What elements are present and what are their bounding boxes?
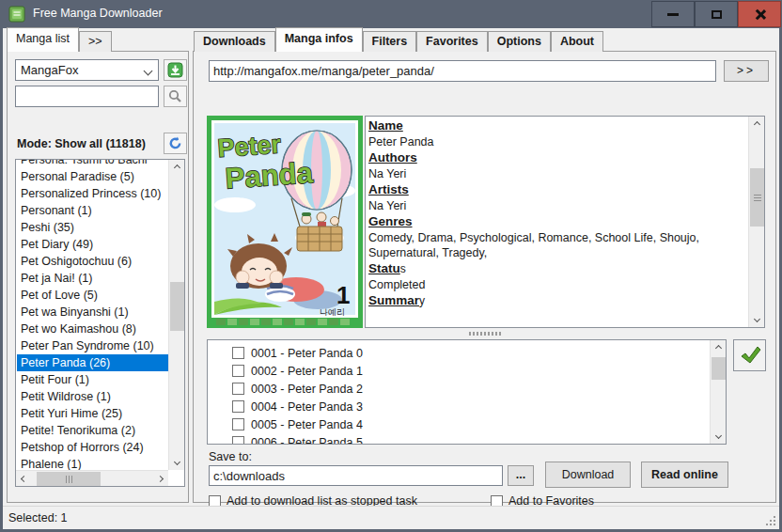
list-item[interactable]: Personant (1) (17, 202, 168, 219)
manga-info-box: Name Peter Panda Authors Na Yeri Artists… (365, 116, 765, 328)
chapter-checkbox[interactable] (232, 400, 244, 413)
chapter-row[interactable]: 0004 - Peter Panda 3 (209, 398, 709, 415)
site-select[interactable]: MangaFox (15, 59, 159, 81)
info-vscrollbar[interactable] (748, 117, 764, 327)
splitter-handle[interactable] (194, 328, 776, 339)
chapter-row[interactable]: 0006 - Peter Panda 5 (209, 433, 709, 444)
list-item[interactable]: Peshi (35) (17, 219, 168, 236)
chapter-checkbox[interactable] (232, 436, 244, 444)
save-path-input[interactable] (209, 465, 503, 486)
info-field: Status Completed (368, 260, 747, 292)
manga-listbox[interactable]: Persona: Tsumi to BachiPersonal Paradise… (15, 159, 185, 487)
chapter-row[interactable]: 0003 - Peter Panda 2 (209, 380, 709, 398)
list-item[interactable]: Personal Paradise (5) (17, 168, 168, 185)
splitter-grip-icon (469, 332, 501, 336)
left-tab[interactable]: Manga list (7, 27, 79, 52)
statusbar: Selected: 1 (3, 506, 779, 529)
chevron-down-icon (144, 67, 153, 76)
site-select-value: MangaFox (21, 63, 78, 77)
manga-list-vscrollbar[interactable] (168, 160, 184, 470)
cover-art: Peter Panda (207, 116, 363, 328)
download-list-button[interactable] (164, 59, 187, 81)
main-tab[interactable]: Downloads (194, 31, 275, 52)
green-check-icon (739, 344, 761, 367)
titlebar[interactable]: Free Manga Downloader (0, 0, 782, 28)
app-window: Free Manga Downloader Manga list>> Manga… (0, 0, 782, 532)
vscroll-thumb[interactable] (712, 357, 726, 380)
vscroll-thumb[interactable] (170, 282, 184, 331)
search-icon (168, 89, 182, 103)
list-item[interactable]: Pet Diary (49) (17, 236, 168, 253)
chapter-vscrollbar[interactable] (710, 340, 726, 444)
chapter-label: 0002 - Peter Panda 1 (251, 365, 363, 378)
list-item[interactable]: Pet ja Nai! (1) (17, 270, 168, 287)
chapter-row[interactable]: 0005 - Peter Panda 4 (209, 415, 709, 433)
minimize-button[interactable] (651, 1, 695, 27)
main-tab[interactable]: Filters (363, 31, 417, 52)
list-item[interactable]: Petit Four (1) (17, 371, 168, 388)
list-item[interactable]: Pet wo Kaimashou (8) (17, 321, 168, 337)
list-item[interactable]: Persona: Tsumi to Bachi (17, 159, 168, 168)
chapter-label: 0003 - Peter Panda 2 (251, 383, 363, 396)
left-tab[interactable]: >> (79, 31, 112, 52)
window-title: Free Manga Downloader (33, 7, 163, 20)
read-online-button[interactable]: Read online (641, 462, 728, 488)
manga-list: Persona: Tsumi to BachiPersonal Paradise… (17, 159, 168, 470)
info-field: Authors Na Yeri (368, 149, 747, 181)
chapter-label: 0004 - Peter Panda 3 (251, 400, 363, 414)
scroll-right-icon[interactable] (152, 471, 168, 487)
resize-grip-icon[interactable] (763, 513, 776, 526)
scroll-down-icon[interactable] (749, 311, 765, 327)
list-item[interactable]: Phalene (1) (17, 456, 168, 470)
list-item[interactable]: Peter Pan Syndrome (10) (17, 337, 168, 354)
check-all-button[interactable] (733, 339, 766, 371)
scroll-up-icon[interactable] (169, 160, 185, 176)
list-item[interactable]: Pet wa Binyanshi (1) (17, 304, 168, 321)
list-item[interactable]: Pet Oshigotochuu (6) (17, 253, 168, 270)
chapter-checkbox[interactable] (232, 418, 244, 430)
search-input[interactable] (15, 86, 159, 107)
scroll-down-icon[interactable] (169, 454, 185, 470)
maximize-button[interactable] (695, 1, 738, 27)
chapter-label: 0006 - Peter Panda 5 (251, 436, 363, 445)
scroll-left-icon[interactable] (16, 471, 32, 487)
main-tab[interactable]: Options (488, 31, 551, 52)
chapter-listbox[interactable]: 0001 - Peter Panda 0 0002 - Peter Panda … (207, 339, 727, 445)
list-item[interactable]: Petshop of Horrors (24) (17, 439, 168, 456)
left-tabstrip: Manga list>> (7, 29, 112, 52)
main-tab[interactable]: Favorites (416, 31, 488, 52)
scroll-up-icon[interactable] (749, 117, 765, 133)
vscroll-thumb[interactable] (750, 168, 764, 227)
list-item[interactable]: Pet of Love (5) (17, 287, 168, 304)
close-button[interactable] (738, 1, 781, 27)
go-button[interactable]: >> (724, 60, 769, 82)
chapter-checkbox[interactable] (232, 365, 244, 377)
list-item[interactable]: Petit Yuri Hime (25) (17, 405, 168, 422)
chapter-row[interactable]: 0002 - Peter Panda 1 (209, 362, 709, 380)
search-button[interactable] (164, 86, 187, 107)
cover-title-top: Peter (217, 130, 283, 163)
chapter-list: 0001 - Peter Panda 0 0002 - Peter Panda … (209, 344, 709, 444)
hscroll-thumb[interactable] (37, 472, 101, 486)
refresh-button[interactable] (164, 133, 187, 154)
list-item[interactable]: Personalized Princess (10) (17, 185, 168, 202)
url-input[interactable] (209, 60, 716, 82)
app-icon (8, 6, 25, 23)
save-to-label: Save to: (209, 450, 252, 463)
list-item[interactable]: Peter Panda (26) (17, 354, 168, 371)
scroll-up-icon[interactable] (711, 340, 727, 356)
manga-list-hscrollbar[interactable] (16, 470, 168, 486)
chapter-label: 0001 - Peter Panda 0 (251, 347, 363, 360)
main-tab[interactable]: About (551, 31, 603, 52)
chapter-row[interactable]: 0001 - Peter Panda 0 (209, 344, 709, 362)
info-field: Artists Na Yeri (368, 181, 747, 213)
scroll-down-icon[interactable] (711, 428, 727, 444)
download-button[interactable]: Download (545, 462, 631, 488)
list-item[interactable]: Petit Wildrose (1) (17, 388, 168, 405)
list-item[interactable]: Petite! Tenorikuma (2) (17, 422, 168, 439)
chapter-checkbox[interactable] (232, 383, 244, 395)
refresh-icon (167, 135, 183, 151)
main-tab[interactable]: Manga infos (275, 27, 363, 52)
browse-button[interactable]: ... (508, 465, 534, 486)
chapter-checkbox[interactable] (232, 347, 244, 359)
